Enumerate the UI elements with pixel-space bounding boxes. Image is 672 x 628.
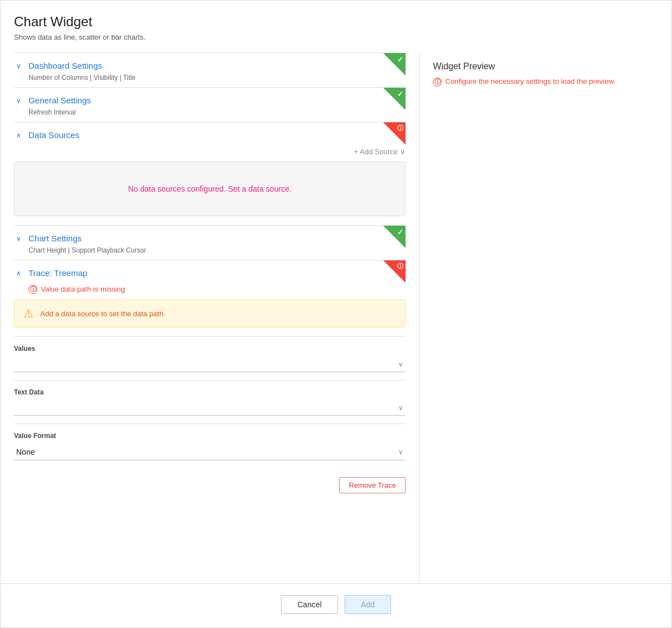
trace-treemap-header[interactable]: ∧ Trace: Treemap xyxy=(14,260,406,281)
preview-error-icon: ⓘ xyxy=(433,78,442,87)
chart-settings-title: Chart Settings xyxy=(28,234,82,243)
chevron-up-icon: ∧ xyxy=(14,131,23,139)
trace-treemap-title: Trace: Treemap xyxy=(28,268,87,278)
general-settings-header[interactable]: ∨ General Settings xyxy=(14,88,406,108)
value-format-label: Value Format xyxy=(14,432,406,440)
dashboard-settings-subtitle: Number of Columns | Visibility | Title xyxy=(14,74,406,87)
value-format-field-group: Value Format None ∨ xyxy=(14,424,406,468)
add-source-button[interactable]: + Add Source ∨ xyxy=(354,148,406,156)
value-format-value: None xyxy=(16,448,35,456)
section-data-sources: ⓘ ∧ Data Sources + Add Source ∨ No data … xyxy=(14,122,406,216)
dashboard-settings-title: Dashboard Settings xyxy=(28,61,102,70)
values-field-group: Values ∨ xyxy=(14,336,406,380)
text-data-field-group: Text Data ∨ xyxy=(14,380,406,424)
section-dashboard-settings: ✓ ∨ Dashboard Settings Number of Columns… xyxy=(14,53,406,87)
chevron-down-icon: ∨ xyxy=(400,148,406,156)
section-general-settings: ✓ ∨ General Settings Refresh Interval xyxy=(14,87,406,122)
trace-error: ⓘ Value data path is missing xyxy=(14,281,406,299)
value-format-select[interactable]: None ∨ xyxy=(14,444,406,460)
chevron-down-icon: ∨ xyxy=(14,235,23,242)
chart-widget-dialog: Chart Widget Shows data as line, scatter… xyxy=(0,0,672,628)
no-data-message: No data sources configured. Set a data s… xyxy=(14,161,406,216)
section-chart-settings: ✓ ∨ Chart Settings Chart Height | Suppor… xyxy=(14,225,406,260)
cancel-button[interactable]: Cancel xyxy=(281,595,338,614)
chevron-down-icon: ∨ xyxy=(398,360,403,368)
page-subtitle: Shows data as line, scatter or bar chart… xyxy=(1,33,671,41)
text-data-select[interactable]: ∨ xyxy=(14,401,406,416)
error-info-icon: ⓘ xyxy=(28,285,37,294)
chevron-down-icon: ∨ xyxy=(14,62,23,70)
widget-preview-title: Widget Preview xyxy=(433,61,658,72)
trace-warning-box: ⚠ Add a data source to set the data path… xyxy=(14,299,406,327)
general-settings-title: General Settings xyxy=(28,96,91,105)
text-data-label: Text Data xyxy=(14,388,406,396)
section-trace-treemap: ⓘ ∧ Trace: Treemap ⓘ Value data path is … xyxy=(14,260,406,498)
add-button[interactable]: Add xyxy=(345,595,391,614)
data-sources-header[interactable]: ∧ Data Sources xyxy=(14,122,406,143)
dashboard-settings-header[interactable]: ∨ Dashboard Settings xyxy=(14,53,406,74)
chevron-down-icon: ∨ xyxy=(398,404,403,412)
footer: Cancel Add xyxy=(1,583,671,627)
remove-trace-row: Remove Trace xyxy=(14,468,406,498)
chart-settings-header[interactable]: ∨ Chart Settings xyxy=(14,226,406,246)
left-panel: ✓ ∨ Dashboard Settings Number of Columns… xyxy=(1,53,420,583)
widget-preview-error: ⓘ Configure the necessary settings to lo… xyxy=(433,77,658,87)
chart-settings-subtitle: Chart Height | Support Playback Cursor xyxy=(14,246,406,260)
add-source-row: + Add Source ∨ xyxy=(14,143,406,161)
values-label: Values xyxy=(14,345,406,353)
chevron-down-icon: ∨ xyxy=(14,97,23,104)
values-select[interactable]: ∨ xyxy=(14,357,406,372)
chevron-up-icon: ∧ xyxy=(14,269,23,277)
right-panel: Widget Preview ⓘ Configure the necessary… xyxy=(420,53,671,583)
data-sources-title: Data Sources xyxy=(28,130,79,140)
chevron-down-icon: ∨ xyxy=(398,448,403,456)
page-title: Chart Widget xyxy=(1,14,671,30)
remove-trace-button[interactable]: Remove Trace xyxy=(339,477,406,493)
main-content: ✓ ∨ Dashboard Settings Number of Columns… xyxy=(1,53,671,583)
warning-icon: ⚠ xyxy=(23,307,34,320)
general-settings-subtitle: Refresh Interval xyxy=(14,108,406,122)
